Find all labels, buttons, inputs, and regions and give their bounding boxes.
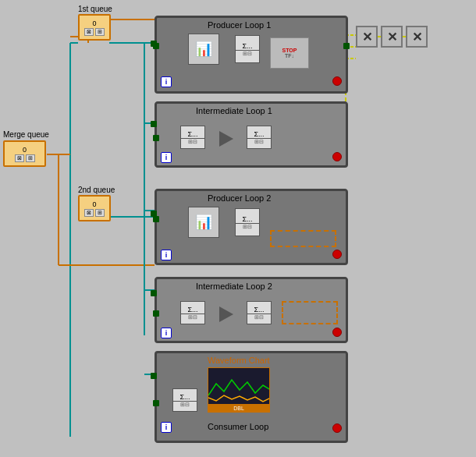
merge-queue-value: 0 bbox=[23, 146, 27, 154]
queue2-box[interactable]: 0 ⊠ ⊞ bbox=[78, 195, 111, 221]
producer-loop-1-box: Producer Loop 1 i 📊 Σ... ⊞⊟ STOP TF↓ bbox=[155, 16, 348, 94]
consumer-sigma-block: Σ... ⊞⊟ bbox=[172, 388, 197, 412]
x-button-2-icon: ✕ bbox=[387, 30, 397, 44]
int1-in-terminal bbox=[151, 121, 157, 127]
producer2-info-icon[interactable]: i bbox=[161, 250, 172, 260]
producer1-sigma-block: Σ... ⊞⊟ bbox=[235, 35, 260, 63]
int1-terminal-left bbox=[153, 135, 159, 141]
x-button-2[interactable]: ✕ bbox=[381, 26, 403, 48]
merge-queue-enqueue[interactable]: ⊞ bbox=[26, 154, 35, 162]
queue1-value: 0 bbox=[92, 19, 96, 27]
intermediate-loop-2-box: Intermediate Loop 2 i Σ... ⊞⊟ Σ... ⊞⊟ bbox=[155, 277, 348, 343]
consumer-loop-label: Consumer Loop bbox=[208, 422, 268, 431]
intermediate1-info-icon[interactable]: i bbox=[161, 152, 172, 163]
consumer-info-icon[interactable]: i bbox=[161, 422, 172, 433]
x-button-3[interactable]: ✕ bbox=[406, 26, 428, 48]
int2-sigma2-block: Σ... ⊞⊟ bbox=[247, 301, 272, 324]
producer1-stop-block[interactable]: STOP TF↓ bbox=[270, 37, 309, 69]
consumer-loop-box: Waveform Chart Consumer Loop i Σ... ⊞⊟ D… bbox=[155, 351, 348, 443]
producer-loop-1-label: Producer Loop 1 bbox=[208, 20, 271, 30]
queue2-value: 0 bbox=[92, 200, 96, 208]
diagram-container: 1st queue 0 ⊠ ⊞ Producer Loop 1 i 📊 Σ...… bbox=[0, 0, 476, 457]
queue2-dequeue[interactable]: ⊠ bbox=[84, 209, 94, 217]
int2-in-terminal bbox=[151, 290, 157, 296]
int2-terminal-left bbox=[153, 310, 159, 317]
queue1-dequeue[interactable]: ⊠ bbox=[84, 28, 94, 36]
consumer-terminal-left bbox=[153, 400, 159, 406]
intermediate2-info-icon[interactable]: i bbox=[161, 328, 172, 338]
producer2-stop-indicator bbox=[332, 250, 342, 259]
x-button-1-icon: ✕ bbox=[362, 30, 372, 44]
producer2-dashed-output bbox=[270, 230, 336, 247]
merge-queue-dequeue[interactable]: ⊠ bbox=[15, 154, 24, 162]
int2-stop-indicator bbox=[332, 328, 342, 337]
int1-sigma1-block: Σ... ⊞⊟ bbox=[180, 126, 205, 149]
consumer-stop-indicator bbox=[332, 423, 342, 433]
queue2-enqueue[interactable]: ⊞ bbox=[95, 209, 105, 217]
queue1-label: 1st queue bbox=[78, 5, 112, 13]
queue1-enqueue[interactable]: ⊞ bbox=[95, 28, 105, 36]
producer1-terminal-right bbox=[343, 43, 350, 49]
x-button-3-icon: ✕ bbox=[412, 30, 422, 44]
producer2-in-terminal bbox=[151, 211, 157, 217]
producer1-graph-block: 📊 bbox=[188, 34, 219, 65]
producer-loop-2-label: Producer Loop 2 bbox=[208, 193, 271, 203]
x-button-1[interactable]: ✕ bbox=[356, 26, 378, 48]
producer2-graph-block: 📊 bbox=[188, 207, 219, 238]
waveform-chart-display: DBL bbox=[208, 367, 270, 413]
producer1-stop-indicator bbox=[332, 76, 342, 86]
merge-queue-box[interactable]: 0 ⊠ ⊞ bbox=[3, 140, 46, 167]
int2-dashed-output bbox=[282, 301, 338, 324]
consumer-in-terminal bbox=[151, 373, 157, 379]
producer-loop-2-box: Producer Loop 2 i 📊 Σ... ⊞⊟ bbox=[155, 189, 348, 265]
queue1-box[interactable]: 0 ⊠ ⊞ bbox=[78, 14, 111, 41]
queue2-label: 2nd queue bbox=[78, 186, 115, 194]
merge-queue-label: Merge queue bbox=[3, 130, 49, 139]
producer1-in-terminal bbox=[151, 41, 157, 47]
intermediate-loop-1-box: Intermediate Loop 1 i Σ... ⊞⊟ Σ... ⊞⊟ bbox=[155, 101, 348, 168]
intermediate-loop-1-label: Intermediate Loop 1 bbox=[196, 106, 272, 115]
int1-stop-indicator bbox=[332, 152, 342, 161]
intermediate-loop-2-label: Intermediate Loop 2 bbox=[196, 282, 272, 291]
producer2-terminal-left bbox=[153, 216, 159, 222]
producer2-sigma-block: Σ... ⊞⊟ bbox=[235, 208, 260, 236]
int1-sigma2-block: Σ... ⊞⊟ bbox=[247, 126, 272, 149]
producer1-info-icon[interactable]: i bbox=[161, 76, 172, 87]
waveform-chart-label: Waveform Chart bbox=[208, 356, 270, 365]
int2-sigma1-block: Σ... ⊞⊟ bbox=[180, 301, 205, 324]
